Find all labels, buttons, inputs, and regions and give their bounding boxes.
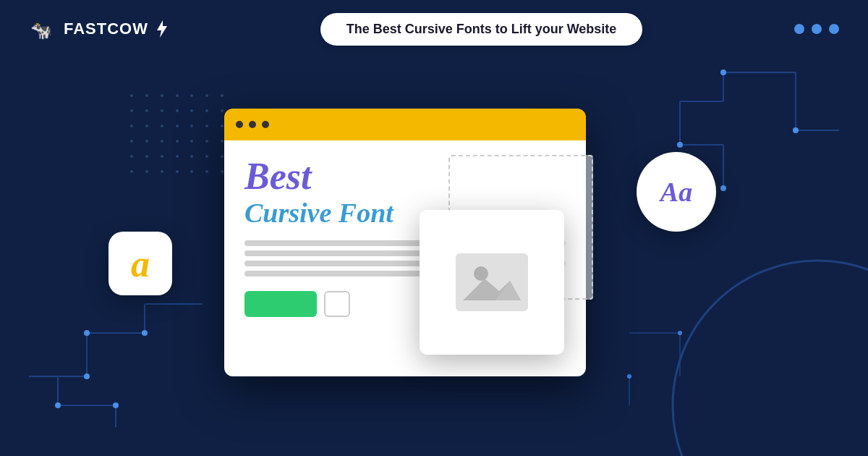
lightning-icon xyxy=(154,19,169,39)
svg-rect-34 xyxy=(456,253,528,311)
main-content: a Best Cursive Font xyxy=(0,65,868,456)
svg-marker-33 xyxy=(157,20,167,38)
page-title: The Best Cursive Fonts to Lift your Webs… xyxy=(320,13,643,46)
image-placeholder-icon xyxy=(456,253,528,311)
image-card xyxy=(420,210,564,355)
menu-dot-2 xyxy=(812,24,822,34)
svg-text:🐄: 🐄 xyxy=(30,20,52,41)
aa-typography-icon: Aa xyxy=(637,152,716,232)
dots-menu xyxy=(794,24,839,34)
svg-point-35 xyxy=(474,266,488,281)
fastcow-logo-icon: 🐄 xyxy=(29,17,58,41)
menu-dot-3 xyxy=(829,24,839,34)
header: 🐄 FASTCOW The Best Cursive Fonts to Lift… xyxy=(0,0,868,58)
logo-text: FASTCOW xyxy=(64,20,148,38)
browser-dot-2 xyxy=(249,121,256,128)
browser-dot-1 xyxy=(236,121,243,128)
image-placeholder xyxy=(452,250,532,315)
letter-a-icon: a xyxy=(109,232,172,295)
browser-green-button xyxy=(244,291,317,317)
menu-dot-1 xyxy=(794,24,804,34)
browser-dot-3 xyxy=(262,121,269,128)
browser-outline-button xyxy=(324,291,350,317)
browser-titlebar xyxy=(224,109,586,140)
logo: 🐄 FASTCOW xyxy=(29,17,169,41)
